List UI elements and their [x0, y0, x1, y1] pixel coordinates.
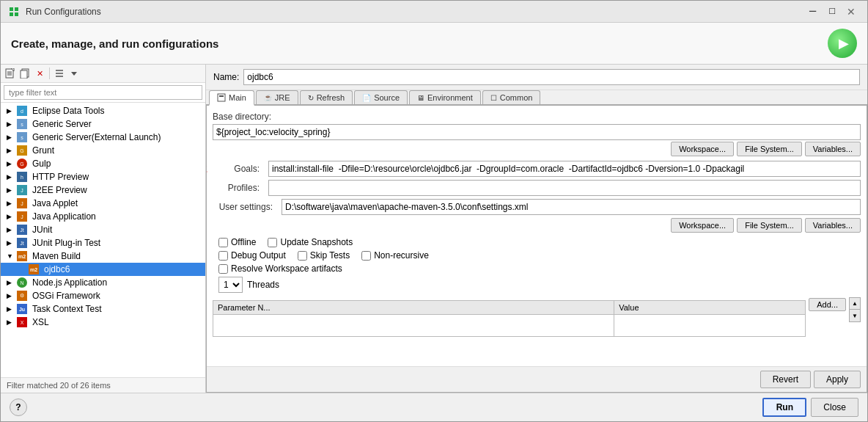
- junit-plugin-icon: Jt: [17, 238, 27, 248]
- non-recursive-checkbox[interactable]: [361, 251, 371, 261]
- tab-main[interactable]: Main: [209, 90, 254, 106]
- add-param-btn[interactable]: Add...: [809, 298, 846, 311]
- svg-rect-2: [10, 12, 13, 16]
- run-icon[interactable]: ▶: [828, 29, 857, 58]
- resolve-workspace-label[interactable]: Resolve Workspace artifacts: [218, 263, 342, 274]
- maximize-btn[interactable]: □: [823, 4, 841, 19]
- tree-item-java-app[interactable]: ▶ J Java Application: [1, 210, 205, 223]
- tree-item-osgi[interactable]: ▶ ⚙ OSGi Framework: [1, 289, 205, 302]
- tree-item-junit-plugin[interactable]: ▶ Jt JUnit Plug-in Test: [1, 236, 205, 250]
- tree-item-j2ee-preview[interactable]: ▶ J J2EE Preview: [1, 183, 205, 197]
- title-bar: Run Configurations ─ □ ✕: [1, 1, 867, 23]
- right-panel: Name: Main ☕ JRE ↻ Refresh: [206, 65, 867, 393]
- offline-checkbox[interactable]: [218, 238, 228, 247]
- file-system-btn-2[interactable]: File System...: [737, 218, 802, 233]
- tree-item-nodejs[interactable]: ▶ N Node.js Application: [1, 276, 205, 289]
- scroll-down-btn[interactable]: ▼: [850, 310, 860, 321]
- debug-output-checkbox[interactable]: [218, 251, 228, 261]
- scroll-up-btn[interactable]: ▲: [850, 298, 860, 310]
- non-recursive-label[interactable]: Non-recursive: [361, 250, 429, 261]
- tree-item-generic-server-ext[interactable]: ▶ s Generic Server(External Launch): [1, 131, 205, 144]
- left-panel: ✕ ▶ d Eclipse Data Tools: [1, 65, 206, 393]
- tree-label: Gulp: [32, 159, 51, 169]
- update-snapshots-label[interactable]: Update Snapshots: [268, 237, 353, 247]
- goals-input[interactable]: [268, 161, 861, 177]
- tree-label: OSGi Framework: [32, 291, 100, 301]
- file-system-btn-1[interactable]: File System...: [737, 142, 802, 156]
- skip-tests-label[interactable]: Skip Tests: [298, 250, 350, 261]
- variables-btn-1[interactable]: Variables...: [805, 142, 861, 156]
- tree-label: JUnit: [32, 225, 52, 235]
- threads-select[interactable]: 1 2 4: [218, 277, 243, 293]
- filter-row: [1, 83, 205, 103]
- tab-source[interactable]: 📄 Source: [354, 90, 408, 104]
- tree-item-xsl[interactable]: ▶ X XSL: [1, 316, 205, 329]
- tree-label: Java Applet: [32, 198, 78, 208]
- param-name-header: Parameter N...: [213, 301, 614, 315]
- close-window-btn[interactable]: ✕: [842, 4, 860, 19]
- collapse-btn[interactable]: [53, 67, 66, 80]
- delete-btn[interactable]: ✕: [33, 67, 46, 80]
- minimize-btn[interactable]: ─: [803, 4, 822, 19]
- view-menu-btn[interactable]: [67, 67, 81, 80]
- run-btn[interactable]: Run: [762, 398, 806, 417]
- goals-row: 2 Goals:: [213, 161, 861, 177]
- tree-item-grunt[interactable]: ▶ G Grunt: [1, 144, 205, 157]
- revert-apply-row: Revert Apply: [207, 366, 867, 392]
- junit-icon: Jt: [17, 225, 27, 235]
- resolve-workspace-checkbox[interactable]: [218, 264, 228, 274]
- tree-item-gulp[interactable]: ▶ G Gulp: [1, 157, 205, 170]
- tree-item-generic-server[interactable]: ▶ s Generic Server: [1, 117, 205, 131]
- svg-rect-3: [15, 12, 18, 16]
- tree-item-junit[interactable]: ▶ Jt JUnit: [1, 223, 205, 236]
- task-icon: Ju: [17, 304, 27, 314]
- tree-item-ojdbc6[interactable]: m2 ojdbc6: [1, 263, 205, 276]
- duplicate-btn[interactable]: [18, 67, 32, 80]
- tree-label: Eclipse Data Tools: [32, 106, 105, 116]
- tab-content-area: Base directory: Workspace... File System…: [206, 106, 867, 393]
- new-config-btn[interactable]: [4, 67, 17, 80]
- nodejs-icon: N: [17, 277, 27, 288]
- tree-item-task-context-test[interactable]: ▶ Ju Task Context Test: [1, 302, 205, 316]
- tree-item-maven-build[interactable]: ▼ m2 Maven Build: [1, 250, 205, 263]
- workspace-btn-2[interactable]: Workspace...: [671, 218, 734, 233]
- profiles-label: Profiles:: [213, 183, 265, 193]
- tab-jre[interactable]: ☕ JRE: [256, 90, 298, 104]
- main-tab-content: Base directory: Workspace... File System…: [207, 106, 867, 366]
- apply-btn[interactable]: Apply: [814, 371, 861, 388]
- param-section: Parameter N... Value Ad: [213, 297, 861, 337]
- tab-common[interactable]: ☐ Common: [482, 90, 541, 104]
- name-input[interactable]: [243, 69, 860, 85]
- tab-refresh[interactable]: ↻ Refresh: [300, 90, 353, 104]
- http-icon: h: [17, 172, 27, 182]
- base-directory-input[interactable]: [213, 124, 861, 140]
- osgi-icon: ⚙: [17, 291, 27, 301]
- close-btn[interactable]: Close: [811, 398, 858, 417]
- tree-item-http-preview[interactable]: ▶ h HTTP Preview: [1, 170, 205, 183]
- svg-marker-8: [11, 68, 14, 71]
- tree-label: Node.js Application: [32, 277, 107, 288]
- tree-item-java-applet[interactable]: ▶ J Java Applet: [1, 197, 205, 210]
- gulp-icon: G: [17, 159, 27, 169]
- skip-tests-checkbox[interactable]: [298, 251, 307, 261]
- header-subtitle: Create, manage, and run configurations: [11, 37, 218, 50]
- tree-label: Maven Build: [32, 251, 81, 261]
- tab-environment[interactable]: 🖥 Environment: [409, 90, 481, 104]
- help-btn[interactable]: ?: [10, 399, 27, 416]
- workspace-btn-1[interactable]: Workspace...: [671, 142, 734, 156]
- table-scroll-buttons: ▲ ▼: [849, 297, 861, 322]
- profiles-input[interactable]: [268, 180, 861, 196]
- debug-output-label[interactable]: Debug Output: [218, 250, 286, 261]
- maven-icon: m2: [17, 251, 27, 261]
- tree-label: ojdbc6: [44, 264, 70, 274]
- param-value-header: Value: [614, 301, 806, 315]
- tree-list[interactable]: ▶ d Eclipse Data Tools ▶ s Generic Serve…: [1, 103, 205, 377]
- filter-input[interactable]: [4, 85, 202, 100]
- svg-rect-15: [218, 94, 225, 101]
- tree-item-eclipse-data-tools[interactable]: ▶ d Eclipse Data Tools: [1, 104, 205, 117]
- user-settings-input[interactable]: [282, 199, 861, 215]
- offline-checkbox-label[interactable]: Offline: [218, 237, 256, 247]
- variables-btn-2[interactable]: Variables...: [805, 218, 861, 233]
- update-snapshots-checkbox[interactable]: [268, 238, 277, 247]
- revert-btn[interactable]: Revert: [760, 371, 811, 388]
